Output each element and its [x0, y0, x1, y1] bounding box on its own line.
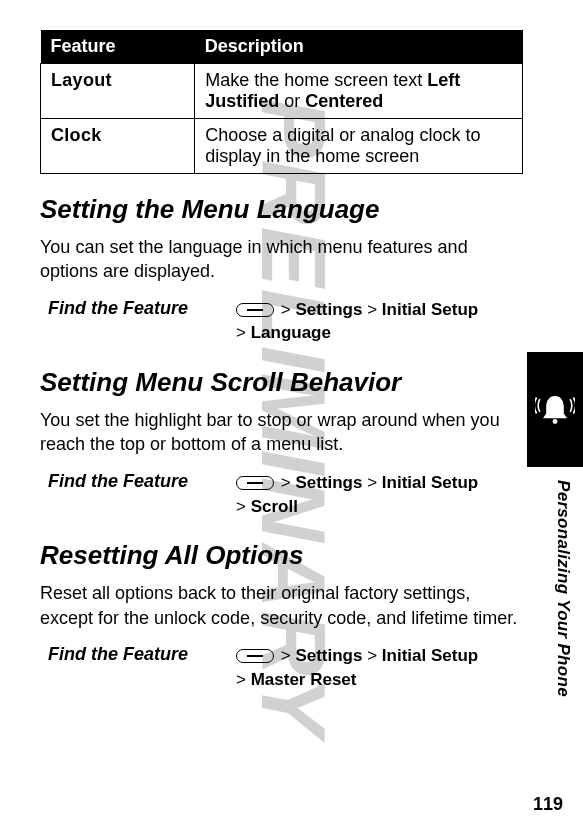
- feature-description-table: Feature Description Layout Make the home…: [40, 30, 523, 174]
- sep: >: [362, 473, 381, 492]
- nav-path-reset: > Settings > Initial Setup > Master Rese…: [236, 644, 478, 692]
- menu-key-icon: [236, 649, 274, 663]
- sep: >: [276, 473, 295, 492]
- menu-key-icon: [236, 476, 274, 490]
- page-number: 119: [533, 794, 563, 815]
- nav-step: Initial Setup: [382, 646, 478, 665]
- sep: >: [236, 670, 251, 689]
- nav-step: Master Reset: [251, 670, 357, 689]
- body-language: You can set the language in which menu f…: [40, 235, 523, 284]
- nav-path-language: > Settings > Initial Setup > Language: [236, 298, 478, 346]
- ringing-bell-icon: [535, 387, 575, 432]
- description-cell-layout: Make the home screen text Left Justified…: [195, 64, 523, 119]
- find-feature-reset: Find the Feature > Settings > Initial Se…: [48, 644, 523, 692]
- find-feature-language: Find the Feature > Settings > Initial Se…: [48, 298, 523, 346]
- feature-cell-layout: Layout: [41, 64, 195, 119]
- nav-step: Initial Setup: [382, 473, 478, 492]
- nav-path-scroll: > Settings > Initial Setup > Scroll: [236, 471, 478, 519]
- feature-cell-clock: Clock: [41, 119, 195, 174]
- chapter-side-label: Personalizing Your Phone: [553, 480, 573, 697]
- heading-language: Setting the Menu Language: [40, 194, 523, 225]
- nav-step: Language: [251, 323, 331, 342]
- find-feature-label: Find the Feature: [48, 644, 218, 665]
- sep: >: [236, 497, 251, 516]
- nav-step: Settings: [295, 646, 362, 665]
- sep: >: [362, 300, 381, 319]
- sep: >: [362, 646, 381, 665]
- desc-conj: or: [279, 91, 305, 111]
- nav-step: Settings: [295, 473, 362, 492]
- desc-option: Centered: [305, 91, 383, 111]
- heading-reset: Resetting All Options: [40, 540, 523, 571]
- body-reset: Reset all options back to their original…: [40, 581, 523, 630]
- find-feature-label: Find the Feature: [48, 471, 218, 492]
- nav-step: Initial Setup: [382, 300, 478, 319]
- table-row: Layout Make the home screen text Left Ju…: [41, 64, 523, 119]
- sep: >: [276, 300, 295, 319]
- desc-text: Make the home screen text: [205, 70, 427, 90]
- header-description: Description: [195, 30, 523, 64]
- menu-key-icon: [236, 303, 274, 317]
- table-header-row: Feature Description: [41, 30, 523, 64]
- sep: >: [276, 646, 295, 665]
- body-scroll: You set the highlight bar to stop or wra…: [40, 408, 523, 457]
- find-feature-label: Find the Feature: [48, 298, 218, 319]
- side-tab: [527, 352, 583, 467]
- nav-step: Settings: [295, 300, 362, 319]
- sep: >: [236, 323, 251, 342]
- svg-point-0: [553, 419, 558, 424]
- find-feature-scroll: Find the Feature > Settings > Initial Se…: [48, 471, 523, 519]
- header-feature: Feature: [41, 30, 195, 64]
- table-row: Clock Choose a digital or analog clock t…: [41, 119, 523, 174]
- heading-scroll: Setting Menu Scroll Behavior: [40, 367, 523, 398]
- description-cell-clock: Choose a digital or analog clock to disp…: [195, 119, 523, 174]
- nav-step: Scroll: [251, 497, 298, 516]
